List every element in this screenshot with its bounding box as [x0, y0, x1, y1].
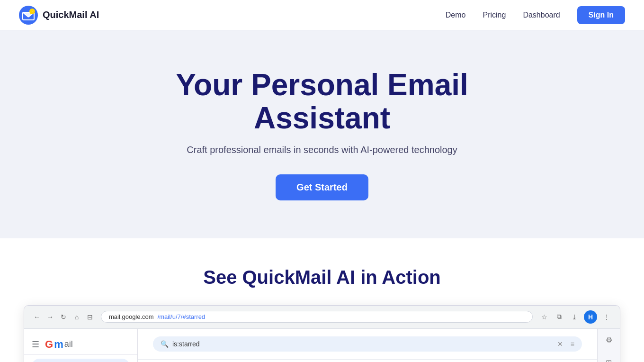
- nav-pricing-link[interactable]: Pricing: [483, 11, 506, 19]
- hero-section: Your Personal Email Assistant Craft prof…: [0, 30, 644, 238]
- address-prefix: mail.google.com: [109, 313, 154, 320]
- demo-section: See QuickMail AI in Action ← → ↻ ⌂ ⊟ mai…: [0, 238, 644, 362]
- browser-home-button[interactable]: ⌂: [72, 312, 82, 322]
- address-suffix: /mail/u/7/#starred: [158, 313, 205, 320]
- browser-back-button[interactable]: ←: [32, 312, 42, 322]
- browser-tab-button[interactable]: ⊟: [85, 312, 95, 322]
- browser-profile-icon[interactable]: H: [584, 310, 597, 324]
- hero-subtitle: Craft professional emails in seconds wit…: [187, 145, 457, 155]
- gmail-header-row: ☰ G m ail: [24, 335, 137, 355]
- hero-title: Your Personal Email Assistant: [109, 68, 535, 135]
- gmail-logo-icon: G m ail: [45, 338, 73, 351]
- browser-menu-button[interactable]: ⋮: [601, 311, 612, 323]
- gmail-search-text: is:starred: [172, 340, 200, 348]
- hero-cta-button[interactable]: Get Started: [276, 174, 368, 200]
- quickmail-logo-icon: ⚡: [19, 6, 38, 25]
- demo-section-title: See QuickMail AI in Action: [203, 267, 441, 288]
- browser-toolbar: ← → ↻ ⌂ ⊟ mail.google.com/mail/u/7/#star…: [24, 306, 620, 329]
- browser-address-bar[interactable]: mail.google.com/mail/u/7/#starred: [101, 311, 533, 323]
- nav-brand[interactable]: ⚡ QuickMail AI: [19, 6, 99, 25]
- gmail-filter-chips: From ▾ Any time ▾ Has attachment To ▾: [138, 360, 597, 362]
- gmail-content-area: ☰ G m ail ✏ Compose 🔍: [24, 329, 620, 362]
- browser-nav-buttons: ← → ↻ ⌂ ⊟: [32, 312, 95, 322]
- browser-bookmark-button[interactable]: ☆: [538, 311, 550, 323]
- browser-mockup: ← → ↻ ⌂ ⊟ mail.google.com/mail/u/7/#star…: [24, 305, 620, 362]
- gmail-right-panel: ⚙ ⊞ ★ ↻ 👤: [597, 329, 620, 362]
- browser-download-button[interactable]: ⤓: [569, 311, 580, 323]
- browser-action-buttons: ☆ ⧉ ⤓ H ⋮: [538, 310, 612, 324]
- nav-dashboard-link[interactable]: Dashboard: [523, 11, 560, 19]
- gmail-search-row: 🔍 is:starred ✕ ≡: [138, 329, 597, 360]
- hamburger-icon[interactable]: ☰: [32, 339, 39, 350]
- gmail-panel-grid-icon[interactable]: ⊞: [601, 355, 617, 362]
- gmail-search-bar[interactable]: 🔍 is:starred ✕ ≡: [153, 336, 582, 352]
- nav-demo-link[interactable]: Demo: [446, 11, 466, 19]
- navbar: ⚡ QuickMail AI Demo Pricing Dashboard Si…: [0, 0, 644, 30]
- gmail-sidebar: ☰ G m ail ✏ Compose: [24, 329, 138, 362]
- browser-extensions-button[interactable]: ⧉: [554, 311, 565, 323]
- svg-text:⚡: ⚡: [31, 9, 36, 14]
- compose-button[interactable]: ✏ Compose: [32, 359, 130, 362]
- nav-signin-button[interactable]: Sign In: [577, 6, 625, 24]
- nav-links: Demo Pricing Dashboard Sign In: [446, 6, 625, 24]
- browser-refresh-button[interactable]: ↻: [58, 312, 69, 322]
- gmail-panel-settings-icon[interactable]: ⚙: [601, 333, 617, 348]
- nav-brand-name: QuickMail AI: [43, 9, 99, 20]
- gmail-search-icon: 🔍: [161, 340, 169, 348]
- browser-forward-button[interactable]: →: [45, 312, 55, 322]
- gmail-search-filter-icon[interactable]: ≡: [571, 340, 574, 348]
- gmail-search-clear[interactable]: ✕: [557, 340, 563, 348]
- gmail-main-area: 🔍 is:starred ✕ ≡ From ▾ Any time ▾: [138, 329, 597, 362]
